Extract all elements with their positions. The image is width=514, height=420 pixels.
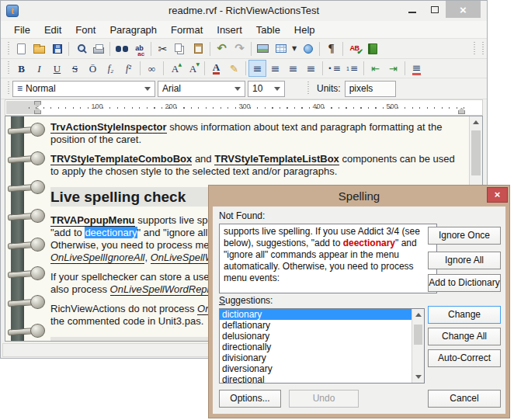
menu-insert[interactable]: Insert: [210, 22, 249, 38]
find-replace-button[interactable]: ab: [130, 40, 148, 57]
justify-button[interactable]: ≡: [302, 60, 320, 77]
undo-button[interactable]: Undo: [289, 390, 359, 408]
italic-button[interactable]: I: [30, 60, 48, 77]
font-color-button[interactable]: A: [207, 60, 225, 77]
superscript-button[interactable]: f²: [120, 60, 137, 77]
scrollbar-thumb[interactable]: [414, 325, 422, 345]
scroll-down-button[interactable]: [412, 371, 424, 383]
document-line: TRVStyleTemplateComboBox and TRVStyleTem…: [50, 153, 459, 165]
menu-paragraph[interactable]: Paragraph: [102, 22, 164, 38]
dialog-close-button[interactable]: ×: [487, 187, 508, 203]
right-indent-marker[interactable]: [458, 108, 465, 114]
save-button[interactable]: [48, 40, 66, 57]
spell-check-button[interactable]: AB: [346, 40, 363, 57]
title-bar[interactable]: t readme.rvf - RichViewActionsTest ×: [1, 1, 487, 21]
bold-button[interactable]: B: [12, 60, 30, 77]
insert-table-button[interactable]: [272, 40, 290, 57]
add-to-dictionary-button[interactable]: Add to Dictionary: [428, 274, 501, 292]
print-button[interactable]: [89, 40, 107, 57]
scrollbar-thumb[interactable]: [471, 130, 481, 175]
paragraph-color-button[interactable]: ≡: [408, 60, 425, 77]
suggestion-item[interactable]: divisionary: [220, 352, 424, 363]
align-center-button[interactable]: ≡: [266, 60, 284, 77]
new-document-button[interactable]: [12, 40, 30, 57]
not-found-textbox[interactable]: supports live spelling. If you use Addic…: [219, 224, 437, 293]
print-preview-button[interactable]: [71, 40, 89, 57]
bullets-button[interactable]: ≡: [325, 60, 343, 77]
text-run: .pas.: [182, 315, 203, 327]
insert-hyperlink-button[interactable]: [299, 40, 317, 57]
style-combobox[interactable]: ≡ Normal: [12, 81, 155, 97]
find-replace-icon: ab: [135, 45, 144, 52]
scroll-up-button[interactable]: [470, 116, 482, 128]
suggestion-item[interactable]: diversionary: [220, 363, 424, 374]
menu-font[interactable]: Font: [68, 22, 102, 38]
toolbar-separator: [151, 42, 151, 56]
insert-table-dropdown[interactable]: ▼: [290, 40, 299, 57]
redo-button[interactable]: ↷: [231, 40, 248, 57]
auto-correct-button[interactable]: Auto-Correct: [428, 349, 501, 367]
undo-button[interactable]: ↶: [213, 40, 231, 57]
menu-bar: FileEditFontParagraphFormatInsertTableHe…: [1, 21, 487, 39]
suggestion-item[interactable]: directional: [220, 374, 424, 384]
increase-indent-button[interactable]: ⇥: [384, 60, 402, 77]
change-button[interactable]: Change: [428, 306, 501, 324]
align-right-button[interactable]: ≡: [284, 60, 302, 77]
toolbar-gripper[interactable]: [6, 82, 10, 95]
change-all-button[interactable]: Change All: [428, 328, 501, 345]
minimize-button[interactable]: [401, 1, 423, 18]
ignore-once-button[interactable]: Ignore Once: [428, 227, 501, 245]
text-run: TRVStyleTemplateListBox: [214, 153, 339, 165]
find-button[interactable]: [113, 40, 130, 57]
scroll-up-button[interactable]: [412, 309, 424, 321]
show-formatting-marks-button[interactable]: ¶: [322, 40, 340, 57]
special-characters-button[interactable]: ∞: [143, 60, 161, 77]
menu-help[interactable]: Help: [287, 22, 322, 38]
close-button[interactable]: ×: [446, 1, 481, 18]
suggestion-item[interactable]: dictionary: [220, 309, 424, 320]
highlight-button[interactable]: ✎: [225, 60, 243, 77]
align-left-button[interactable]: ≡: [248, 60, 266, 77]
units-combobox[interactable]: pixels: [345, 81, 396, 97]
numbering-button[interactable]: ≡: [343, 60, 361, 77]
text-run: to apply the chosen style to the selecte…: [50, 165, 337, 177]
strikethrough-button[interactable]: S: [66, 60, 84, 77]
toolbar-gripper[interactable]: [6, 61, 10, 75]
suggestions-listbox[interactable]: dictionarydeflationarydelusionarydirecti…: [219, 308, 425, 384]
open-button[interactable]: [30, 40, 48, 57]
insert-picture-button[interactable]: [254, 40, 272, 57]
cancel-button[interactable]: Cancel: [428, 390, 501, 408]
toolbar-gripper[interactable]: [306, 82, 310, 95]
overline-button[interactable]: Ō: [84, 60, 102, 77]
binding-ring-icon: [6, 266, 45, 279]
menu-table[interactable]: Table: [249, 22, 287, 38]
font-size-combobox[interactable]: 10: [248, 81, 285, 97]
toolbar-gripper[interactable]: [472, 42, 476, 56]
shrink-font-button[interactable]: A: [184, 60, 202, 77]
menu-file[interactable]: File: [7, 22, 37, 38]
suggestion-item[interactable]: directionally: [220, 342, 424, 352]
options-button[interactable]: Options...: [219, 390, 281, 408]
menu-edit[interactable]: Edit: [37, 22, 68, 38]
decrease-indent-button[interactable]: ⇤: [366, 60, 384, 77]
suggestion-item[interactable]: deflationary: [220, 320, 424, 331]
cut-button[interactable]: ✂: [154, 40, 172, 57]
maximize-button[interactable]: [423, 1, 446, 18]
ignore-all-button[interactable]: Ignore All: [428, 252, 501, 269]
toolbar-gripper[interactable]: [481, 42, 484, 56]
subscript-button[interactable]: f₂: [102, 60, 120, 77]
toolbar-styles: ≡ Normal Arial 10 Units: pixels: [1, 78, 487, 99]
chevron-down-icon: [144, 87, 151, 91]
grow-font-button[interactable]: A: [166, 60, 184, 77]
toolbar-separator: [405, 61, 405, 75]
paste-button[interactable]: [189, 40, 207, 57]
toolbar-gripper[interactable]: [6, 42, 10, 56]
copy-button[interactable]: [172, 40, 189, 57]
suggestion-item[interactable]: delusionary: [220, 331, 424, 342]
menu-format[interactable]: Format: [164, 22, 210, 38]
horizontal-ruler[interactable]: 100200300400500: [5, 99, 483, 116]
thesaurus-button[interactable]: [363, 40, 381, 57]
suggestions-scrollbar[interactable]: [412, 309, 424, 383]
font-combobox[interactable]: Arial: [158, 81, 245, 97]
underline-button[interactable]: U: [48, 60, 66, 77]
